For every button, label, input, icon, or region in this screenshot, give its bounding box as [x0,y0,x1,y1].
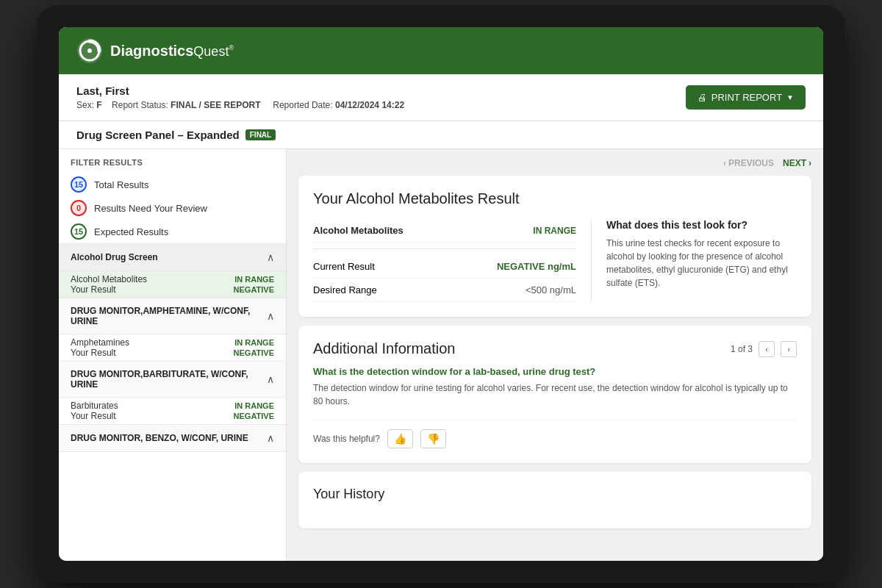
desired-range-row: Desired Range <500 ng/mL [313,279,576,302]
additional-info-card: Additional Information 1 of 3 ‹ › What i… [298,326,811,463]
alcohol-metabolites-label: Alcohol Metabolites [71,274,147,284]
main-layout: FILTER RESULTS 15 Total Results 0 Result… [59,149,823,561]
alcohol-section-header[interactable]: Alcohol Drug Screen ∧ [59,243,286,271]
patient-bar: Last, First Sex: F Report Status: FINAL … [59,74,823,121]
total-results-filter[interactable]: 15 Total Results [59,173,286,196]
amphetamine-section-title: DRUG MONITOR,AMPHETAMINE, W/CONF, URINE [71,306,267,326]
logo-text: DiagnosticsQuest® [110,43,234,60]
info-text: This urine test checks for recent exposu… [606,237,797,290]
barbiturates-value: NEGATIVE [234,412,274,420]
info-title: What does this test look for? [606,219,797,231]
review-label: Results Need Your Review [94,203,207,214]
result-table: Alcohol Metabolites IN RANGE Current Res… [313,219,576,302]
alcohol-metabolites-range: IN RANGE [234,275,274,284]
thumbs-down-button[interactable]: 👎 [420,429,446,448]
benzo-section-header[interactable]: DRUG MONITOR, BENZO, W/CONF, URINE ∧ [59,424,286,452]
barbiturates-row[interactable]: Barbiturates IN RANGE Your Result NEGATI… [59,398,286,424]
logo: DiagnosticsQuest® [76,37,234,64]
additional-answer: The detection window for urine testing f… [313,381,797,408]
next-button[interactable]: NEXT › [783,158,811,168]
current-result-value: NEGATIVE ng/mL [497,261,576,272]
panel-title: Drug Screen Panel – Expanded FINAL [76,129,806,141]
patient-name: Last, First [76,85,404,97]
patient-info: Last, First Sex: F Report Status: FINAL … [76,85,404,110]
alcohol-metabolites-row[interactable]: Alcohol Metabolites IN RANGE Your Result… [59,271,286,298]
page-next-button[interactable]: › [781,341,797,357]
barbiturate-section-title: DRUG MONITOR,BARBITURATE, W/CONF, URINE [71,369,267,390]
thumbs-up-button[interactable]: 👍 [387,429,413,448]
main-result-card: Your Alcohol Metabolites Result Alcohol … [298,176,811,317]
alcohol-section-title: Alcohol Drug Screen [71,252,158,262]
desired-range-label: Desired Range [313,284,377,295]
alcohol-chevron-icon: ∧ [267,251,274,263]
additional-card-header: Additional Information 1 of 3 ‹ › [313,340,797,357]
barbiturates-range: IN RANGE [234,401,274,410]
report-status-value: FINAL / SEE REPORT [171,100,260,110]
amphetamines-label: Amphetamines [71,337,129,348]
benzo-section-title: DRUG MONITOR, BENZO, W/CONF, URINE [71,433,248,443]
current-result-label: Current Result [313,261,375,272]
result-section: Alcohol Metabolites IN RANGE Current Res… [313,219,797,302]
barbiturates-result-label: Your Result [71,411,116,421]
sex-value: F [96,100,101,110]
content-area: ‹ PREVIOUS NEXT › Your Alcohol Metabolit… [287,149,823,561]
nav-bar: ‹ PREVIOUS NEXT › [298,158,811,168]
page-prev-button[interactable]: ‹ [759,341,775,357]
chevron-right-icon: › [808,158,811,168]
sex-label: Sex: [76,100,94,110]
pagination-text: 1 of 3 [731,344,753,354]
app-header: DiagnosticsQuest® [59,27,823,74]
report-status-label: Report Status: [112,100,168,110]
history-card: Your History [298,472,811,528]
helpful-label: Was this helpful? [313,434,380,444]
panel-title-bar: Drug Screen Panel – Expanded FINAL [59,121,823,149]
amphetamines-range: IN RANGE [234,338,274,347]
print-report-button[interactable]: 🖨 PRINT REPORT ▼ [686,85,806,110]
amphetamines-value: NEGATIVE [234,348,274,357]
filter-header: FILTER RESULTS [59,149,286,173]
amphetamines-row[interactable]: Amphetamines IN RANGE Your Result NEGATI… [59,334,286,361]
barbiturate-section-header[interactable]: DRUG MONITOR,BARBITURATE, W/CONF, URINE … [59,361,286,398]
total-results-label: Total Results [94,179,148,190]
additional-info-title: Additional Information [313,340,455,357]
barbiturates-label: Barbiturates [71,401,118,411]
patient-meta: Sex: F Report Status: FINAL / SEE REPORT… [76,100,404,110]
sidebar: FILTER RESULTS 15 Total Results 0 Result… [59,149,287,561]
amphetamines-result-label: Your Result [71,348,116,358]
pagination: 1 of 3 ‹ › [731,341,797,357]
test-status: IN RANGE [533,226,576,236]
final-badge: FINAL [245,129,276,140]
additional-question: What is the detection window for a lab-b… [313,366,797,377]
result-header-row: Alcohol Metabolites IN RANGE [313,219,576,243]
chevron-down-icon: ▼ [786,93,794,101]
alcohol-metabolites-result-label: Your Result [71,284,116,295]
reported-date-label: Reported Date: [273,100,332,110]
quest-logo-icon [76,37,103,64]
amphetamine-section-header[interactable]: DRUG MONITOR,AMPHETAMINE, W/CONF, URINE … [59,298,286,334]
helpful-bar: Was this helpful? 👍 👎 [313,420,797,448]
test-name: Alcohol Metabolites [313,225,404,236]
chevron-left-icon: ‹ [723,158,726,168]
info-section: What does this test look for? This urine… [591,219,797,302]
current-result-row: Current Result NEGATIVE ng/mL [313,255,576,279]
previous-button[interactable]: ‹ PREVIOUS [723,158,774,168]
svg-point-2 [87,49,92,53]
benzo-chevron-icon: ∧ [267,432,274,444]
alcohol-metabolites-value: NEGATIVE [234,285,274,294]
history-title: Your History [313,487,797,502]
amphetamine-chevron-icon: ∧ [267,310,274,322]
review-badge: 0 [71,200,87,216]
reported-date-value: 04/12/2024 14:22 [335,100,404,110]
expected-filter[interactable]: 15 Expected Results [59,220,286,243]
total-results-badge: 15 [71,176,87,193]
expected-badge: 15 [71,223,87,240]
result-card-title: Your Alcohol Metabolites Result [313,190,797,207]
expected-label: Expected Results [94,226,168,237]
printer-icon: 🖨 [698,92,707,103]
desired-range-value: <500 ng/mL [526,284,576,295]
barbiturate-chevron-icon: ∧ [267,373,274,385]
review-filter[interactable]: 0 Results Need Your Review [59,196,286,220]
